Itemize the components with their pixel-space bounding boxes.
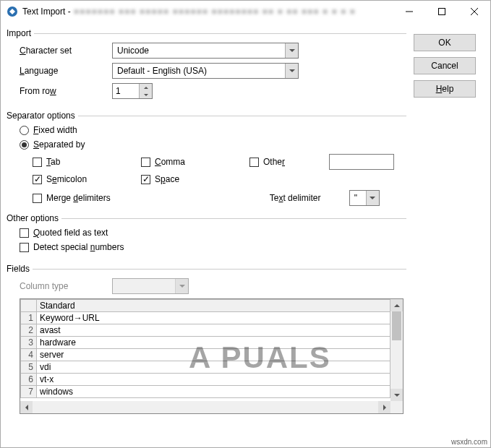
language-combo[interactable]: Default - English (USA) [112,63,299,79]
fixed-width-label: Fixed width [33,125,77,135]
table-row: 7windows [21,386,390,398]
tab-label: Tab [46,157,60,167]
language-value: Default - English (USA) [117,66,207,76]
chevron-down-icon [366,191,379,205]
window-title: Text Import - [22,7,71,17]
checkbox-off-icon [20,243,29,252]
cancel-button[interactable]: Cancel [414,57,476,74]
checkbox-off-icon [141,158,150,167]
separator-legend: Separator options [7,111,78,121]
text-import-dialog: Text Import - ■■■■■■■ ■■■ ■■■■■ ■■■■■■ ■… [0,0,491,448]
radio-on-icon [20,140,29,150]
chevron-down-icon [175,279,188,293]
tab-checkbox[interactable]: Tab [33,157,141,167]
vertical-scrollbar[interactable] [390,299,403,401]
scroll-thumb[interactable] [392,311,401,340]
scroll-corner [390,401,403,413]
comma-checkbox[interactable]: Comma [141,157,249,167]
charset-label: Character set [20,46,112,56]
charset-value: Unicode [117,46,149,56]
titlebar[interactable]: Text Import - ■■■■■■■ ■■■ ■■■■■ ■■■■■■ ■… [1,1,490,22]
spinner-up-icon[interactable] [140,84,152,91]
credit-text: wsxdn.com [451,438,487,446]
fromrow-input[interactable] [113,86,139,96]
space-label: Space [155,174,179,184]
scroll-up-icon[interactable] [390,299,403,311]
merge-delimiters-label: Merge delimiters [46,193,111,203]
detect-numbers-checkbox[interactable]: Detect special numbers [7,242,406,252]
fromrow-spinner[interactable] [112,83,153,99]
checkbox-off-icon [33,194,42,203]
merge-delimiters-checkbox[interactable]: Merge delimiters [33,193,111,203]
window-title-filename: ■■■■■■■ ■■■ ■■■■■ ■■■■■■ ■■■■■■■■ ■■ ■ ■… [74,7,393,17]
scroll-down-icon[interactable] [390,389,403,401]
table-row: 1Keyword→URL [21,312,390,324]
table-row: 6vt-x [21,374,390,386]
app-icon [7,6,18,17]
help-button[interactable]: Help [414,80,476,98]
chevron-down-icon [285,43,298,58]
scroll-right-icon[interactable] [378,401,390,413]
horizontal-scrollbar[interactable] [20,401,403,413]
comma-label: Comma [155,157,185,167]
svg-rect-2 [438,9,445,15]
other-delimiter-input[interactable] [329,154,394,170]
quoted-field-label: Quoted field as text [33,228,108,238]
space-checkbox[interactable]: ✓Space [141,174,249,184]
text-delimiter-label: Text delimiter [270,193,349,203]
chevron-down-icon [285,64,298,78]
import-group: Import Character set Unicode Language De… [7,28,406,106]
language-label: Language [20,66,112,76]
text-delimiter-value: " [354,193,357,203]
radio-off-icon [20,126,29,135]
window-close-button[interactable] [458,1,490,22]
import-legend: Import [7,28,34,38]
separated-by-radio[interactable]: Separated by [7,139,406,150]
text-delimiter-combo[interactable]: " [349,190,380,206]
separated-by-label: Separated by [33,139,85,150]
fields-legend: Fields [7,264,33,274]
checkbox-on-icon: ✓ [141,175,150,184]
column-header[interactable]: Standard [37,300,390,312]
fromrow-label: From row [20,86,112,96]
semicolon-checkbox[interactable]: ✓Semicolon [33,174,141,184]
checkbox-off-icon [249,158,259,167]
quoted-field-checkbox[interactable]: Quoted field as text [7,228,406,238]
watermark-text: A PUALS [189,340,331,375]
window-minimize-button[interactable] [393,1,425,22]
column-type-combo [112,278,189,294]
table-row: 2avast [21,324,390,337]
charset-combo[interactable]: Unicode [112,43,299,59]
checkbox-on-icon: ✓ [33,175,42,184]
row-header-corner [21,300,37,312]
other-options-legend: Other options [7,213,61,223]
other-options-group: Other options Quoted field as text Detec… [7,213,406,259]
spinner-down-icon[interactable] [140,91,152,98]
window-maximize-button[interactable] [425,1,458,22]
checkbox-off-icon [33,158,42,167]
separator-group: Separator options Fixed width Separated … [7,111,406,209]
scroll-left-icon[interactable] [20,401,33,413]
fixed-width-radio[interactable]: Fixed width [7,125,406,135]
other-label: Other [263,157,285,167]
column-type-label: Column type [20,281,112,291]
detect-numbers-label: Detect special numbers [33,242,124,252]
other-checkbox[interactable]: Other [249,157,329,167]
ok-button[interactable]: OK [414,34,476,51]
checkbox-off-icon [20,228,29,238]
semicolon-label: Semicolon [46,174,87,184]
